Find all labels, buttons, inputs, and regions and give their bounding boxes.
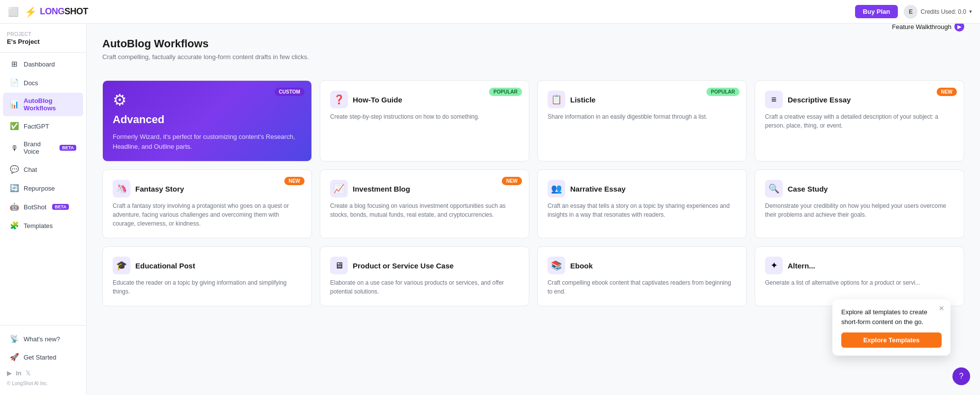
sidebar-item-whats-new[interactable]: 📡 What's new? — [3, 330, 83, 348]
sidebar-item-autoblog[interactable]: 📊 AutoBlog Workflows — [3, 93, 83, 116]
dashboard-icon: ⊞ — [10, 60, 19, 68]
twitter-icon[interactable]: 𝕏 — [26, 369, 31, 377]
logo-text: LONGSHOT — [40, 6, 88, 17]
card-title: Investment Blog — [353, 185, 410, 193]
page-title: AutoBlog Workflows — [102, 37, 309, 50]
explore-templates-button[interactable]: Explore Templates — [841, 332, 942, 348]
card-desc: Craft a creative essay with a detailed d… — [765, 112, 954, 130]
sidebar-item-chat[interactable]: 💬 Chat — [3, 161, 83, 178]
card-icon-box: ✦ — [765, 257, 783, 274]
card-title: Product or Service Use Case — [353, 262, 454, 270]
card-icon-wrap: ✦ Altern... — [765, 257, 954, 274]
card-icon-wrap: ≡ Descriptive Essay — [765, 91, 954, 108]
card-badge-new: NEW — [937, 88, 957, 96]
sidebar-item-label: FactGPT — [24, 123, 49, 130]
card-desc: Generate a list of alternative options f… — [765, 278, 954, 287]
card-icon-box: 👥 — [548, 180, 565, 198]
cards-grid: CUSTOM ⚙ Advanced Formerly Wizard, it's … — [102, 80, 964, 306]
autoblog-icon: 📊 — [10, 100, 19, 109]
card-title: How-To Guide — [353, 96, 402, 104]
logo[interactable]: ⚡ LONGSHOT — [25, 6, 88, 18]
card-icon-box: ❓ — [330, 91, 348, 108]
card-ebook[interactable]: 📚 Ebook Craft compelling ebook content t… — [537, 246, 747, 306]
card-title: Educational Post — [135, 262, 195, 270]
tooltip-close-button[interactable]: ✕ — [939, 304, 945, 312]
card-icon-wrap: 🦄 Fantasy Story — [113, 180, 302, 198]
card-icon-box: ≡ — [765, 91, 783, 108]
card-title: Case Study — [788, 185, 828, 193]
card-desc: Elaborate on a use case for various prod… — [330, 278, 519, 296]
sidebar-item-label: What's new? — [24, 335, 60, 343]
buy-plan-button[interactable]: Buy Plan — [855, 5, 898, 18]
botshot-icon: 🤖 — [10, 202, 19, 211]
card-investment-blog[interactable]: NEW 📈 Investment Blog Create a blog focu… — [320, 169, 529, 238]
card-alternative[interactable]: ✦ Altern... Generate a list of alternati… — [755, 246, 964, 306]
sidebar-item-templates[interactable]: 🧩 Templates — [3, 217, 83, 234]
card-desc: Craft a fantasy story involving a protag… — [113, 201, 302, 228]
page-header: AutoBlog Workflows Craft compelling, fac… — [102, 37, 309, 61]
sidebar-toggle-button[interactable]: ⬜ — [8, 6, 19, 17]
card-icon-box: 🦄 — [113, 180, 130, 198]
card-icon-box: 🖥 — [330, 257, 348, 274]
card-narrative-essay[interactable]: 👥 Narrative Essay Craft an essay that te… — [537, 169, 747, 238]
templates-icon: 🧩 — [10, 221, 19, 230]
sidebar: Project E's Project ⊞ Dashboard 📄 Docs 📊… — [0, 24, 87, 395]
card-how-to-guide[interactable]: POPULAR ❓ How-To Guide Create step-by-st… — [320, 80, 529, 162]
card-descriptive-essay[interactable]: NEW ≡ Descriptive Essay Craft a creative… — [755, 80, 964, 162]
card-educational-post[interactable]: 🎓 Educational Post Educate the reader on… — [102, 246, 312, 306]
card-icon-wrap: 🖥 Product or Service Use Case — [330, 257, 519, 274]
card-icon-wrap: 👥 Narrative Essay — [548, 180, 736, 198]
top-nav: ⬜ ⚡ LONGSHOT Buy Plan E Credits Used: 0.… — [0, 0, 980, 24]
logo-icon: ⚡ — [25, 6, 37, 18]
botshot-badge: BETA — [52, 204, 69, 210]
sidebar-item-brand-voice[interactable]: 🎙 Brand Voice BETA — [3, 136, 83, 160]
card-desc: Create a blog focusing on various invest… — [330, 201, 519, 219]
card-advanced[interactable]: CUSTOM ⚙ Advanced Formerly Wizard, it's … — [102, 80, 312, 162]
card-icon-wrap: 🔍 Case Study — [765, 180, 954, 198]
card-desc: Craft compelling ebook content that capt… — [548, 278, 736, 296]
youtube-icon[interactable]: ▶ — [7, 369, 12, 377]
tooltip-text: Explore all templates to create short-fo… — [841, 307, 942, 327]
sidebar-item-get-started[interactable]: 🚀 Get Started — [3, 348, 83, 366]
tooltip-popup: ✕ Explore all templates to create short-… — [832, 299, 950, 356]
credits-text: Credits Used: 0.0 — [920, 8, 966, 15]
sidebar-item-dashboard[interactable]: ⊞ Dashboard — [3, 55, 83, 73]
page-subtitle: Craft compelling, factually accurate lon… — [102, 53, 309, 61]
card-badge-custom: CUSTOM — [275, 88, 305, 96]
sidebar-item-label: AutoBlog Workflows — [24, 97, 76, 112]
nav-right: Buy Plan E Credits Used: 0.0 ▾ — [855, 5, 972, 19]
card-title: Listicle — [570, 96, 596, 104]
brand-voice-badge: BETA — [60, 145, 76, 151]
docs-icon: 📄 — [10, 78, 19, 87]
card-case-study[interactable]: 🔍 Case Study Demonstrate your credibilit… — [755, 169, 964, 238]
sidebar-item-repurpose[interactable]: 🔄 Repurpose — [3, 179, 83, 197]
factgpt-icon: ✅ — [10, 122, 19, 131]
card-badge-popular: POPULAR — [489, 88, 522, 96]
sidebar-divider — [0, 52, 86, 53]
sidebar-item-label: Dashboard — [24, 61, 55, 68]
brand-voice-icon: 🎙 — [10, 144, 19, 152]
avatar: E — [904, 5, 918, 19]
card-fantasy-story[interactable]: NEW 🦄 Fantasy Story Craft a fantasy stor… — [102, 169, 312, 238]
card-icon-wrap: 📈 Investment Blog — [330, 180, 519, 198]
sidebar-item-docs[interactable]: 📄 Docs — [3, 74, 83, 92]
sidebar-item-factgpt[interactable]: ✅ FactGPT — [3, 117, 83, 135]
card-title: Altern... — [788, 262, 815, 270]
sidebar-item-label: Docs — [24, 79, 38, 87]
card-title: Narrative Essay — [570, 185, 626, 193]
help-button[interactable]: ? — [952, 367, 970, 385]
sidebar-item-botshot[interactable]: 🤖 BotShot BETA — [3, 198, 83, 216]
whats-new-icon: 📡 — [10, 334, 19, 343]
card-listicle[interactable]: POPULAR 📋 Listicle Share information in … — [537, 80, 747, 162]
card-desc: Create step-by-step instructions on how … — [330, 112, 519, 121]
card-desc: Craft an essay that tells a story on a t… — [548, 201, 736, 219]
card-desc: Educate the reader on a topic by giving … — [113, 278, 302, 296]
card-product-use-case[interactable]: 🖥 Product or Service Use Case Elaborate … — [320, 246, 529, 306]
linkedin-icon[interactable]: in — [16, 369, 22, 377]
card-desc: Formerly Wizard, it's perfect for custom… — [113, 132, 302, 151]
sidebar-item-label: Chat — [24, 166, 37, 173]
chat-icon: 💬 — [10, 165, 19, 174]
walkthrough-label: Feature Walkthrough — [892, 24, 951, 31]
walkthrough-link[interactable]: Feature Walkthrough ▶ — [892, 24, 964, 32]
credits-area[interactable]: E Credits Used: 0.0 ▾ — [904, 5, 972, 19]
